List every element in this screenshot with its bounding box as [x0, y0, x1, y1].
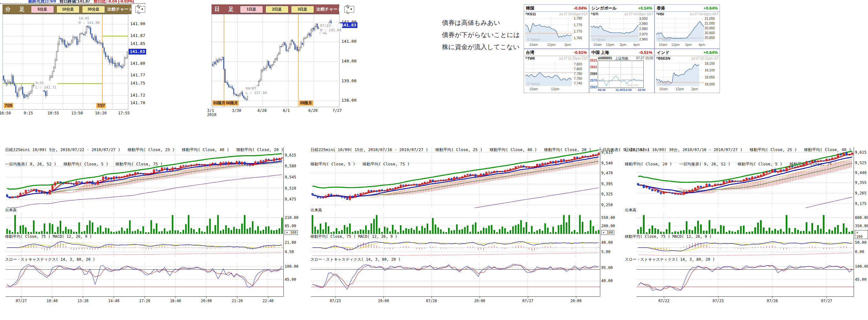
- x-axis-tick: 20:00: [474, 299, 485, 303]
- x-axis-tick: 13:50: [71, 111, 83, 115]
- y-axis-tick: 9,510: [285, 186, 296, 190]
- y-axis-tick: 141.77: [130, 73, 145, 78]
- y-axis-tick: 0.00: [855, 250, 864, 254]
- compare-chart-select[interactable]: なし ▼: [344, 6, 354, 13]
- x-axis-tick: 07/26: [426, 299, 437, 303]
- x-axis-tick-mark: [772, 296, 773, 298]
- market-chart: ^TWIIJul 27 01:25pm CST© Yahoo!7,8207,80…: [524, 56, 589, 93]
- market-panel-hongkong[interactable]: 香港+0.64% ^HSIJul 27 04:00pm HKT© Yahoo!2…: [654, 4, 720, 49]
- y-axis-tick: 21,000: [705, 21, 715, 25]
- market-panel-singapore[interactable]: シンガポール+0.54% ^STIJul 27 04:59pm SGT© Yah…: [589, 4, 654, 49]
- y-axis-tick: 9,470: [601, 171, 613, 175]
- market-chart: sh000001上证指数07-27 15:0026152602258925762…: [589, 56, 654, 93]
- x-axis-line: [311, 296, 600, 297]
- tab-3day[interactable]: 3日足: [291, 6, 314, 13]
- y-axis-tick: 2,960: [639, 37, 648, 41]
- y-axis-tick: 40.00: [601, 240, 613, 245]
- chart-annotation: 9:55 L : 141.71: [34, 81, 57, 90]
- x-axis-tick: 10am: [529, 87, 538, 91]
- x-axis-tick: 6/29: [308, 108, 317, 113]
- watermark: © Yahoo!: [593, 38, 606, 41]
- y-axis-tick: 200.00: [601, 224, 615, 228]
- y-axis-tick: 210.00: [285, 215, 299, 220]
- market-panel-india[interactable]: インド+0.64% ^BSESNJul 27 02:21pm IST© Yaho…: [654, 49, 720, 93]
- watermark: © Yahoo!: [527, 82, 540, 86]
- y-axis-tick: 18,100: [705, 68, 715, 72]
- tab-10min[interactable]: 10分足: [57, 6, 80, 13]
- watermark: © Yahoo!: [658, 82, 671, 86]
- x-axis-tick: 4pm: [699, 43, 705, 46]
- chart-annotation: 04/07 L : 137.94: [245, 86, 268, 96]
- y-axis-tick: 350.00: [855, 224, 868, 228]
- market-chart: ^KS11Jul 27 02:55pm KST© Yahoo!1,7801,77…: [524, 12, 589, 49]
- y-axis-tick: 100.00: [285, 264, 299, 269]
- x-axis-tick: 2pm: [691, 87, 698, 91]
- market-change: +0.64%: [704, 6, 718, 10]
- y-axis-tick: 3,000: [639, 16, 648, 21]
- quote-timestamp: Jul 27 04:00pm HKT: [690, 12, 719, 16]
- x-axis-tick: 07/27: [16, 299, 27, 303]
- session-label: 06限月: [225, 100, 239, 106]
- y-axis-tick: 9,545: [285, 175, 296, 179]
- daily-chart-header: 日 足 1日足 2日足 3日足 比較チャート なし ▼: [212, 4, 339, 14]
- y-axis-tick: 9,175: [855, 202, 866, 206]
- x-axis-tick: 10am: [594, 43, 602, 46]
- y-axis-line: [600, 147, 600, 296]
- market-panel-shanghai[interactable]: 中国 上海-0.51% sh000001上证指数07-27 15:0026152…: [589, 49, 654, 93]
- x-axis-tick: 10am: [659, 87, 668, 91]
- x-axis-tick: 15:00: [638, 88, 645, 92]
- x-axis-tick: 3/30: [232, 108, 241, 113]
- y-axis-tick: 141.87: [130, 33, 145, 38]
- tab-30min[interactable]: 30分足: [82, 6, 105, 13]
- y-axis-tick: 141.72: [130, 93, 145, 98]
- compare-chart-select[interactable]: なし ▼: [135, 6, 145, 13]
- session-label: 7/26: [4, 103, 13, 108]
- tab-5min[interactable]: 5分足: [31, 6, 54, 13]
- x-axis-tick: 09:30: [598, 88, 606, 92]
- macd-label: 移動平均( Close, 75 ) MACD( 12, 26, 9 ): [5, 234, 92, 239]
- y-axis-tick: 50.00: [855, 240, 866, 245]
- y-axis-tick: 7,800: [574, 67, 582, 71]
- y-axis-tick: 9,615: [285, 153, 296, 157]
- y-axis-tick: 141.70: [130, 100, 145, 106]
- chart-canvas: [637, 213, 854, 234]
- index-name: 上证指数: [615, 57, 628, 61]
- ticker-symbol: ^KS11: [525, 12, 536, 16]
- y-axis-tick: 1,770: [574, 29, 582, 33]
- stochastics-label: スロー・ストキャスティクス( 14, 3, 80, 20 ): [5, 257, 95, 262]
- market-name: シンガポール: [591, 5, 617, 11]
- market-name: 台湾: [526, 50, 534, 56]
- chart-canvas: [311, 213, 600, 234]
- x-axis-tick-mark: [52, 296, 52, 298]
- market-panel-korea[interactable]: 韓国-0.04% ^KS11Jul 27 02:55pm KST© Yahoo!…: [524, 4, 589, 49]
- chart-canvas: [311, 239, 600, 257]
- x-axis-year: 2010: [207, 112, 216, 117]
- x-axis-tick: 07/27: [522, 299, 533, 303]
- daily-chart-plot: 142.00141.00140.00139.00138.00141.833/13…: [212, 14, 356, 121]
- ticker-symbol: ^HSI: [656, 12, 664, 16]
- y-axis-tick: 20,950: [705, 26, 715, 30]
- market-name: インド: [657, 50, 670, 56]
- y-axis-tick: 9,440: [855, 171, 866, 175]
- ticker-symbol: ^TWII: [525, 57, 535, 60]
- y-axis-tick: 18,000: [705, 82, 715, 86]
- x-axis-tick-mark: [114, 296, 114, 298]
- y-axis-tick: 140.00: [341, 59, 356, 64]
- x-axis-tick: 13:20: [78, 299, 89, 303]
- dotted-separator: [0, 3, 146, 4]
- x-axis-tick: 07/23: [713, 299, 724, 303]
- x-axis-tick: 10am: [529, 43, 538, 46]
- compare-chart-label: 比較チャート: [107, 6, 133, 12]
- market-change: +0.64%: [704, 50, 718, 55]
- memo-line: 債券が下がらないことには: [442, 29, 520, 41]
- y-axis-tick: 9,475: [285, 197, 296, 202]
- y-axis-tick: 138.00: [341, 98, 356, 103]
- dropdown-caret-icon: ▼: [141, 8, 144, 11]
- y-axis-tick: 2563: [589, 85, 597, 89]
- market-panel-taiwan[interactable]: 台湾-0.51% ^TWIIJul 27 01:25pm CST© Yahoo!…: [524, 49, 589, 93]
- x-axis-tick: 2pm: [620, 43, 626, 46]
- tab-1day[interactable]: 1日足: [240, 6, 263, 13]
- tab-2day[interactable]: 2日足: [266, 6, 288, 13]
- y-axis-tick: 550.00: [601, 215, 615, 220]
- y-axis-tick: 7,760: [574, 76, 582, 80]
